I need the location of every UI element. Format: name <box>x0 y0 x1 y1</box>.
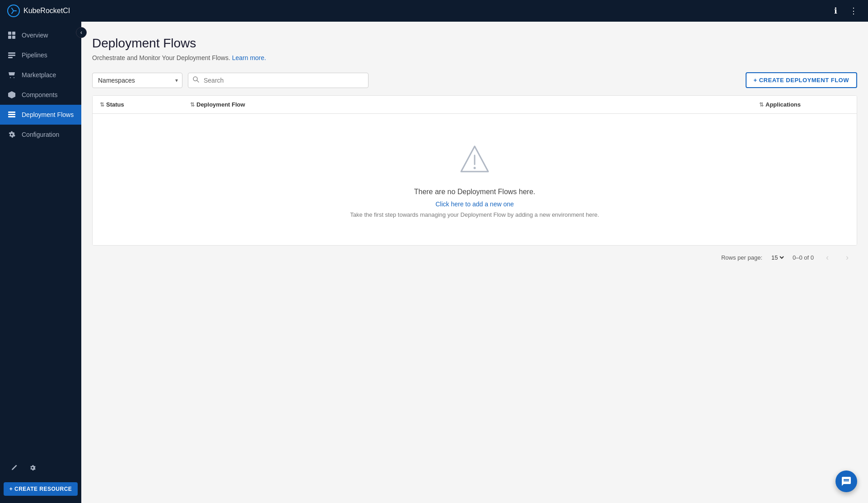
toolbar: Namespaces default production staging ▾ … <box>92 72 857 88</box>
logo-area: KubeRocketCI <box>7 5 828 17</box>
main-content: Deployment Flows Orchestrate and Monitor… <box>81 22 868 503</box>
sort-icon-applications: ⇅ <box>759 102 764 107</box>
svg-rect-9 <box>8 112 15 113</box>
chat-fab-button[interactable] <box>835 470 857 492</box>
namespace-select[interactable]: Namespaces default production staging <box>92 73 182 88</box>
settings-icon-button[interactable] <box>25 461 40 475</box>
table-header-row: ⇅ Status ⇅ Deployment Flow ⇅ Application… <box>93 96 857 114</box>
sidebar-item-overview-label: Overview <box>22 32 48 39</box>
svg-rect-2 <box>12 32 15 35</box>
column-header-status: ⇅ Status <box>100 101 190 108</box>
sidebar-item-configuration[interactable]: Configuration <box>0 125 81 144</box>
sort-icon-status: ⇅ <box>100 102 104 107</box>
main-layout: ‹ Overview <box>0 22 868 503</box>
pipelines-icon <box>7 51 16 60</box>
svg-rect-1 <box>8 32 11 35</box>
create-resource-wrapper: + CREATE RESOURCE <box>0 477 81 503</box>
sidebar-collapse-button[interactable]: ‹ <box>76 27 87 38</box>
sidebar-item-components-label: Components <box>22 91 57 98</box>
sidebar-item-configuration-label: Configuration <box>22 131 59 138</box>
configuration-icon <box>7 130 16 139</box>
edit-icon-button[interactable] <box>7 461 22 475</box>
sidebar-item-pipelines[interactable]: Pipelines <box>0 45 81 65</box>
empty-state: There are no Deployment Flows here. Clic… <box>93 114 857 245</box>
marketplace-icon <box>7 70 16 79</box>
empty-state-title: There are no Deployment Flows here. <box>414 188 536 196</box>
svg-rect-6 <box>8 55 15 56</box>
pagination-row: Rows per page: 5 10 15 25 0–0 of 0 ‹ › <box>92 246 857 269</box>
svg-rect-5 <box>8 52 15 54</box>
svg-rect-10 <box>8 114 15 115</box>
app-title: KubeRocketCI <box>23 7 70 15</box>
column-header-deployment-flow: ⇅ Deployment Flow <box>190 101 759 108</box>
empty-state-icon <box>457 141 493 179</box>
page-title: Deployment Flows <box>92 36 857 51</box>
info-button[interactable]: ℹ <box>828 4 843 18</box>
sidebar: ‹ Overview <box>0 22 81 503</box>
sort-icon-deployment-flow: ⇅ <box>190 102 195 107</box>
svg-point-15 <box>474 167 476 169</box>
table-container: ⇅ Status ⇅ Deployment Flow ⇅ Application… <box>92 95 857 246</box>
page-subtitle: Orchestrate and Monitor Your Deployment … <box>92 54 857 61</box>
more-options-button[interactable]: ⋮ <box>846 4 861 18</box>
header-actions: ℹ ⋮ <box>828 4 861 18</box>
svg-rect-4 <box>12 36 15 39</box>
search-wrapper <box>188 73 369 88</box>
sidebar-item-deployment-flows-label: Deployment Flows <box>22 111 74 118</box>
column-header-applications: ⇅ Applications <box>759 101 849 108</box>
components-icon <box>7 90 16 99</box>
pagination-range-label: 0–0 of 0 <box>793 254 814 261</box>
pagination-next-button[interactable]: › <box>841 251 854 264</box>
svg-rect-7 <box>8 57 13 58</box>
svg-line-13 <box>197 80 199 82</box>
deployment-flows-icon <box>7 110 16 119</box>
sidebar-item-overview[interactable]: Overview <box>0 25 81 45</box>
learn-more-link[interactable]: Learn more. <box>232 54 266 61</box>
search-icon <box>192 76 200 85</box>
sidebar-item-marketplace[interactable]: Marketplace <box>0 65 81 85</box>
rows-per-page-select[interactable]: 5 10 15 25 <box>770 254 785 261</box>
search-input[interactable] <box>188 73 369 88</box>
app-logo-icon <box>7 5 20 17</box>
empty-state-add-link[interactable]: Click here to add a new one <box>435 200 514 208</box>
create-resource-button[interactable]: + CREATE RESOURCE <box>4 482 78 496</box>
sidebar-item-marketplace-label: Marketplace <box>22 71 56 79</box>
subtitle-text: Orchestrate and Monitor Your Deployment … <box>92 54 230 61</box>
svg-marker-8 <box>8 91 15 98</box>
svg-rect-3 <box>8 36 11 39</box>
sidebar-item-components[interactable]: Components <box>0 85 81 105</box>
sidebar-item-pipelines-label: Pipelines <box>22 51 47 59</box>
sidebar-bottom-tools <box>0 457 81 477</box>
overview-icon <box>7 31 16 40</box>
sidebar-item-deployment-flows[interactable]: Deployment Flows <box>0 105 81 125</box>
top-header: KubeRocketCI ℹ ⋮ <box>0 0 868 22</box>
rows-per-page-label: Rows per page: <box>721 254 762 261</box>
sidebar-nav: Overview Pipelines Mar <box>0 22 81 457</box>
svg-rect-11 <box>8 116 15 117</box>
empty-state-description: Take the first step towards managing you… <box>350 211 599 218</box>
pagination-prev-button[interactable]: ‹ <box>821 251 834 264</box>
create-deployment-flow-button[interactable]: + CREATE DEPLOYMENT FLOW <box>746 72 857 88</box>
namespace-select-wrapper: Namespaces default production staging ▾ <box>92 73 182 88</box>
